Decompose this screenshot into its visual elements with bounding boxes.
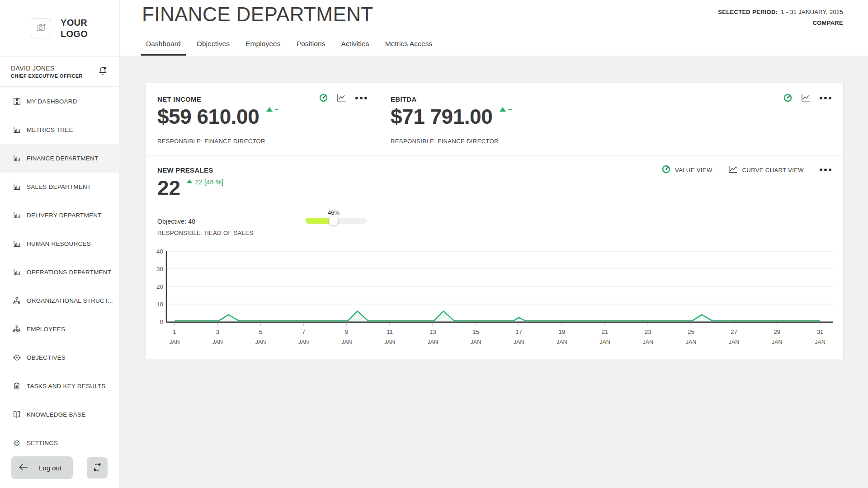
progress-percent-label: 46% [326,209,342,216]
svg-text:3: 3 [216,328,219,335]
bar-chart-icon [12,211,21,220]
svg-text:JAN: JAN [427,339,438,345]
svg-text:29: 29 [774,328,780,335]
tab-employees[interactable]: Employees [241,40,286,56]
tabs: DashboardObjectivesEmployeesPositionsAct… [141,40,437,56]
sidebar-item-label: OBJECTIVES [27,354,66,361]
svg-text:JAN: JAN [599,339,610,345]
tab-positions[interactable]: Positions [292,40,330,56]
kpi-card-ebitda: EBITDA $71 791.00 RESPONSIBLE: FINANCE D… [379,83,843,155]
svg-text:JAN: JAN [341,339,352,345]
logout-button[interactable]: Log out [11,456,73,479]
logout-label: Log out [39,464,61,472]
value-view-label: VALUE VIEW [675,167,712,174]
sidebar: YOUR LOGO DAVID JONES CHIEF EXECUTIVE OF… [0,0,119,488]
svg-text:JAN: JAN [298,339,309,345]
sidebar-item-finance-department[interactable]: FINANCE DEPARTMENT [0,144,119,173]
employees-icon [12,325,21,334]
svg-text:20: 20 [156,283,163,290]
svg-text:21: 21 [601,328,608,335]
kpi-value: $59 610.00 [157,106,259,127]
svg-text:JAN: JAN [729,339,740,345]
bar-chart-icon [12,183,21,192]
tab-activities[interactable]: Activities [336,40,374,56]
tab-objectives[interactable]: Objectives [192,40,235,56]
svg-text:31: 31 [816,328,823,335]
sidebar-item-objectives[interactable]: OBJECTIVES [0,343,119,372]
curve-chart-view-icon[interactable] [801,93,811,103]
svg-text:30: 30 [156,266,163,272]
svg-text:0: 0 [160,319,163,325]
selected-period[interactable]: SELECTED PERIOD:1 - 31 JANUARY, 2025 [718,9,843,15]
sidebar-item-label: ORGANIZATIONAL STRUCT... [27,297,113,304]
presales-line-chart: 0102030401JAN3JAN5JAN7JAN9JAN11JAN13JAN1… [154,248,837,353]
sidebar-item-settings[interactable]: SETTINGS [0,429,119,447]
sidebar-item-tasks-and-key-results[interactable]: TASKS AND KEY RESULTS [0,372,119,400]
svg-text:JAN: JAN [514,339,524,345]
compare-button[interactable]: COMPARE [718,19,843,26]
more-menu-icon[interactable] [819,96,832,100]
kpi-card-net-income: NET INCOME $59 610.00 RESPONSIBLE: FINAN… [146,83,379,155]
progress-slider[interactable] [306,218,367,224]
presales-card: NEW PRESALES VALUE VIEW [146,155,843,359]
tasks-icon [12,382,21,391]
sidebar-item-label: TASKS AND KEY RESULTS [27,383,106,389]
sidebar-item-knowledge-base[interactable]: KNOWLEDGE BASE [0,400,119,429]
sidebar-item-sales-department[interactable]: SALES DEPARTMENT [0,173,119,201]
trend-up-icon [266,107,273,112]
sidebar-item-operations-department[interactable]: OPERATIONS DEPARTMENT [0,258,119,286]
svg-text:JAN: JAN [255,339,266,345]
svg-text:25: 25 [688,328,694,335]
tab-metrics-access[interactable]: Metrics Access [380,40,438,56]
selected-period-value: 1 - 31 JANUARY, 2025 [781,9,843,15]
svg-text:7: 7 [302,328,306,335]
curve-chart-view-icon[interactable] [336,93,347,103]
delta-text: 22 [46 %] [195,178,223,186]
svg-text:JAN: JAN [642,339,653,345]
content: NET INCOME $59 610.00 RESPONSIBLE: FINAN… [120,56,868,488]
svg-text:27: 27 [731,328,737,335]
presales-responsible: RESPONSIBLE: HEAD OF SALES [157,230,254,236]
page-title: FINANCE DEPARTMENT [142,3,373,26]
notifications-bell-icon[interactable] [97,66,108,78]
svg-text:13: 13 [429,328,436,335]
svg-text:JAN: JAN [557,339,567,345]
main-area: FINANCE DEPARTMENT DashboardObjectivesEm… [120,0,868,488]
value-view-icon[interactable] [783,93,793,103]
sidebar-item-label: SALES DEPARTMENT [27,183,91,190]
curve-chart-view-toggle[interactable]: CURVE CHART VIEW [728,164,804,175]
bar-chart-icon [12,126,21,135]
logo-upload-placeholder[interactable] [31,18,51,38]
bar-chart-icon [12,239,21,249]
sidebar-item-organizational-struct[interactable]: ORGANIZATIONAL STRUCT... [0,286,119,315]
camera-plus-icon [36,22,47,35]
sidebar-item-my-dashboard[interactable]: MY DASHBOARD [0,87,119,116]
topbar: FINANCE DEPARTMENT DashboardObjectivesEm… [120,0,868,56]
sidebar-item-label: EMPLOYEES [27,326,65,333]
sidebar-item-human-resources[interactable]: HUMAN RESOURCES [0,230,119,258]
org-structure-icon [12,296,21,305]
svg-text:19: 19 [558,328,565,335]
bar-chart-icon [12,154,21,163]
sidebar-item-delivery-department[interactable]: DELIVERY DEPARTMENT [0,201,119,230]
sidebar-item-metrics-tree[interactable]: METRICS TREE [0,116,119,144]
trend-dash-icon [508,109,512,110]
user-name: DAVID JONES [11,65,97,72]
curve-chart-icon [728,164,738,175]
progress-knob[interactable] [329,216,338,225]
sidebar-item-label: MY DASHBOARD [27,98,77,105]
kpi-value: $71 791.00 [391,106,492,127]
sidebar-item-employees[interactable]: EMPLOYEES [0,315,119,343]
gear-icon [12,439,21,448]
trend-up-icon [500,107,506,112]
tab-dashboard[interactable]: Dashboard [141,40,186,56]
sidebar-item-label: OPERATIONS DEPARTMENT [27,269,111,276]
more-menu-icon[interactable] [355,96,368,100]
value-view-toggle[interactable]: VALUE VIEW [661,164,712,175]
more-menu-icon[interactable] [819,168,832,172]
selected-period-label: SELECTED PERIOD: [718,9,778,15]
svg-text:JAN: JAN [815,339,826,345]
switch-account-button[interactable] [87,457,108,479]
value-view-icon[interactable] [319,93,328,103]
kpi-responsible: RESPONSIBLE: FINANCE DIRECTOR [157,138,265,145]
